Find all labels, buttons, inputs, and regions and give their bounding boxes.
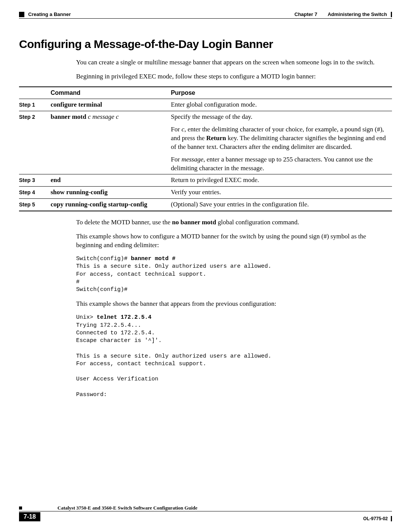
footer-doc-id: OL-9775-02: [363, 516, 388, 521]
command-table: Command Purpose Step 1 configure termina…: [19, 86, 392, 211]
page-number-badge: 7-18: [19, 512, 40, 521]
body-paragraph: This example shows the banner that appea…: [76, 300, 382, 308]
header-right: Chapter 7 Administering the Switch: [295, 11, 392, 17]
square-bullet-icon: [19, 12, 24, 17]
command-text: end: [51, 176, 61, 184]
step-label: Step 4: [19, 189, 35, 195]
footer-rule: [19, 511, 392, 511]
purpose-text: Return to privileged EXEC mode.: [171, 176, 389, 185]
intro-block: You can create a single or multiline mes…: [76, 58, 382, 81]
table-row: Step 1 configure terminal Enter global c…: [19, 99, 392, 111]
vertical-bar-icon: [391, 516, 392, 521]
purpose-text: Enter global configuration mode.: [171, 101, 389, 109]
step-label: Step 2: [19, 114, 35, 120]
code-block: Switch(config)# banner motd # This is a …: [76, 255, 382, 294]
header-chapter: Chapter 7: [295, 11, 317, 17]
after-table-block: To delete the MOTD banner, use the no ba…: [76, 218, 382, 399]
col-purpose: Purpose: [171, 87, 392, 99]
command-text: copy running-config startup-config: [51, 201, 147, 208]
header-rule: [19, 18, 392, 19]
header-chapter-title: Administering the Switch: [328, 11, 387, 17]
command-text: show running-config: [51, 189, 108, 196]
table-row: Step 4 show running-config Verify your e…: [19, 187, 392, 199]
page-title: Configuring a Message-of-the-Day Login B…: [19, 38, 392, 51]
square-bullet-icon: [19, 506, 22, 510]
table-row: Step 3 end Return to privileged EXEC mod…: [19, 174, 392, 187]
purpose-text: (Optional) Save your entries in the conf…: [171, 200, 389, 209]
purpose-text: Specify the message of the day.: [171, 113, 389, 121]
purpose-text: For message, enter a banner message up t…: [171, 155, 389, 173]
col-command: Command: [51, 87, 171, 99]
page-header: Creating a Banner Chapter 7 Administerin…: [19, 11, 392, 17]
footer-guide-title: Catalyst 3750-E and 3560-E Switch Softwa…: [57, 505, 198, 511]
header-section-title: Creating a Banner: [28, 11, 71, 17]
body-paragraph: This example shows how to configure a MO…: [76, 232, 382, 250]
step-label: Step 3: [19, 177, 35, 183]
purpose-text: Verify your entries.: [171, 188, 389, 197]
command-arg: c message c: [86, 113, 119, 120]
col-step: [19, 87, 51, 99]
command-text: configure terminal: [51, 101, 102, 108]
step-label: Step 1: [19, 102, 35, 108]
code-block: Unix> telnet 172.2.5.4 Trying 172.2.5.4.…: [76, 314, 382, 399]
intro-paragraph: Beginning in privileged EXEC mode, follo…: [76, 72, 382, 81]
purpose-text: For c, enter the delimiting character of…: [171, 125, 389, 152]
table-row: Step 5 copy running-config startup-confi…: [19, 199, 392, 211]
command-text: banner motd: [51, 113, 86, 120]
footer-left: 7-18: [19, 512, 40, 521]
intro-paragraph: You can create a single or multiline mes…: [76, 58, 382, 67]
vertical-bar-icon: [391, 12, 392, 17]
document-page: Creating a Banner Chapter 7 Administerin…: [0, 0, 411, 532]
page-footer: Catalyst 3750-E and 3560-E Switch Softwa…: [19, 505, 392, 521]
body-paragraph: To delete the MOTD banner, use the no ba…: [76, 218, 382, 227]
footer-right: OL-9775-02: [363, 516, 392, 521]
header-left: Creating a Banner: [19, 11, 71, 17]
table-row: Step 2 banner motd c message c Specify t…: [19, 111, 392, 174]
step-label: Step 5: [19, 201, 35, 208]
